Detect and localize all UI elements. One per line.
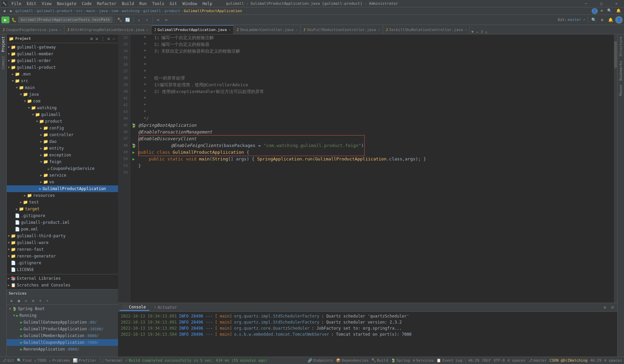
- menu-view[interactable]: View: [39, 1, 54, 7]
- service-running-group[interactable]: ▼ ▶ Running: [7, 312, 118, 319]
- menu-build[interactable]: Build: [119, 1, 137, 7]
- bc-gulimall[interactable]: gulimall: [15, 9, 33, 13]
- service-spring-boot[interactable]: ▼ 🍃 Spring Boot: [7, 305, 118, 312]
- sidebar-label-commit[interactable]: Commit: [0, 54, 6, 71]
- service-coupon[interactable]: ▶ GulimallCouponApplication :7000/: [7, 339, 118, 346]
- scrollbar-thumb[interactable]: [614, 41, 617, 68]
- close-button[interactable]: ✕: [609, 0, 624, 7]
- console-tab[interactable]: ⬛ Console: [119, 304, 149, 311]
- toolbar-undo[interactable]: ↩: [154, 16, 162, 24]
- sidebar-label-project[interactable]: Project: [0, 34, 6, 54]
- console-close-btn[interactable]: ⊡: [609, 304, 616, 311]
- status-git[interactable]: ⎇ Git: [2, 358, 14, 363]
- tab-coupon-feign[interactable]: J CouponFeignService.java ✕: [0, 25, 64, 34]
- services-add-btn[interactable]: +: [44, 298, 50, 304]
- nav-notifications[interactable]: 🔔: [615, 8, 623, 14]
- menu-tools[interactable]: Tools: [149, 1, 167, 7]
- tree-item[interactable]: ▶📁config: [7, 125, 118, 131]
- tree-item[interactable]: ▼📁watching: [7, 104, 118, 111]
- menu-git[interactable]: Git: [167, 1, 180, 7]
- code-editor[interactable]: 32 33 34 35 36 37 38 39 40 41 42 43 44 4…: [118, 34, 617, 303]
- tree-item[interactable]: ▼📁gulimall-gateway: [7, 44, 118, 51]
- menu-file[interactable]: File: [9, 1, 24, 7]
- sidebar-label-maven[interactable]: Maven: [618, 83, 624, 98]
- toolbar-search[interactable]: 🔍: [590, 16, 597, 24]
- status-git-branch[interactable]: ⎇ master: [528, 358, 547, 363]
- tree-item[interactable]: ▼📁product: [7, 118, 118, 125]
- tree-item[interactable]: ▼📁java: [7, 91, 118, 98]
- toolbar-notifications[interactable]: 🔔: [607, 16, 614, 24]
- toolbar-git-push[interactable]: ↑: [143, 16, 151, 24]
- tree-item[interactable]: ▼📁feign: [7, 158, 118, 165]
- console-settings-btn[interactable]: ⚙: [601, 304, 608, 311]
- tree-item[interactable]: 📄pom.xml: [7, 226, 118, 233]
- tree-item[interactable]: ▶📁service: [7, 172, 118, 179]
- bc-class[interactable]: GulimallProductApplication: [184, 9, 242, 13]
- menu-window[interactable]: Window: [180, 1, 200, 7]
- tree-item[interactable]: ▼📁gulimall-member: [7, 51, 118, 57]
- menu-edit[interactable]: Edit: [24, 1, 39, 7]
- tab-close[interactable]: ✕: [146, 28, 148, 32]
- tree-item[interactable]: ▼📁com: [7, 98, 118, 104]
- toolbar-run[interactable]: ▶: [1, 17, 9, 23]
- toolbar-debug[interactable]: 🐛: [10, 16, 18, 24]
- tree-item[interactable]: 📄.gitignore: [7, 212, 118, 219]
- tree-item[interactable]: ▶📁entity: [7, 145, 118, 152]
- service-renren[interactable]: ▶ RenrenApplication :8080/: [7, 346, 118, 353]
- bc-java[interactable]: java: [99, 9, 108, 13]
- services-restart-btn[interactable]: ↺: [23, 298, 29, 304]
- services-group-btn[interactable]: ⊞: [30, 298, 36, 304]
- nav-forward[interactable]: ▶: [8, 8, 14, 13]
- tree-item[interactable]: ▼📁src: [7, 78, 118, 84]
- tree-item[interactable]: ▶📁vo: [7, 179, 118, 185]
- tree-item[interactable]: ▶📁resources: [7, 192, 118, 199]
- services-run-btn[interactable]: ▶: [9, 298, 15, 304]
- tree-item[interactable]: 📄gulimall-product.iml: [7, 219, 118, 226]
- project-tool-dots[interactable]: ⋮: [100, 36, 106, 41]
- tree-item[interactable]: ▶📁test: [7, 199, 118, 206]
- tab-product-application[interactable]: J GulimallProductApplication.java ✕: [151, 25, 234, 34]
- tree-item[interactable]: ▼📁gulimall: [7, 111, 118, 118]
- sidebar-label-structure[interactable]: Structure: [618, 34, 624, 59]
- bc-product[interactable]: gulimall-product: [37, 9, 73, 13]
- toolbar-settings[interactable]: ⚙: [598, 16, 606, 24]
- status-terminal[interactable]: ⬛ Terminal: [99, 358, 123, 363]
- toolbar-redo[interactable]: ↪: [163, 16, 170, 24]
- tree-item[interactable]: 📄LICENSE: [7, 266, 118, 273]
- project-tool-collapse[interactable]: ≡: [94, 36, 99, 41]
- tree-external-libs[interactable]: ▶ 📚 External Libraries: [7, 275, 118, 282]
- status-endpoints[interactable]: 🔗 Endpoints: [308, 358, 334, 363]
- services-stop-btn[interactable]: ■: [16, 298, 22, 304]
- editor-scrollbar[interactable]: [614, 34, 617, 303]
- bc-gulimall2[interactable]: gulimall: [143, 9, 161, 13]
- menu-run[interactable]: Run: [137, 1, 149, 7]
- tab-close[interactable]: ✕: [59, 28, 61, 32]
- user-avatar[interactable]: 👤: [615, 16, 623, 24]
- service-product[interactable]: ▶ GulimallProductApplication :10100/: [7, 326, 118, 332]
- tab-close[interactable]: ✕: [378, 28, 380, 32]
- status-profiler[interactable]: 📊 Profiler: [73, 358, 96, 363]
- status-crlf[interactable]: CRLF: [482, 358, 491, 363]
- code-content[interactable]: * 1）编写一个自定义的校验注解 * 2）编写一个自定义的校验器 * 3）关联自…: [137, 34, 614, 303]
- tree-item[interactable]: ▶📁exception: [7, 152, 118, 158]
- tab-attr-relation[interactable]: J AttrAttrgroupRelationService.java ✕: [64, 25, 151, 34]
- tree-item[interactable]: ▶GulimallProductApplication: [7, 185, 118, 192]
- tree-item[interactable]: ▼📁gulimall-third-party: [7, 233, 118, 239]
- actuator-tab[interactable]: ⚡ Actuator: [151, 304, 180, 310]
- tree-item[interactable]: 📄.gitignore: [7, 260, 118, 266]
- status-todo[interactable]: ☑ TODO: [34, 358, 46, 363]
- nav-search[interactable]: 🔍: [605, 8, 614, 14]
- menu-help[interactable]: Help: [200, 1, 215, 7]
- tab-close[interactable]: ✕: [229, 28, 231, 32]
- bc-com[interactable]: com: [111, 9, 118, 13]
- status-build[interactable]: 🔨 Build: [371, 358, 388, 363]
- status-dependencies[interactable]: 📦 Dependencies: [336, 358, 368, 363]
- tree-item[interactable]: ▼📁gulimall-product: [7, 64, 118, 71]
- status-problems[interactable]: ⚠ Problems: [49, 358, 70, 363]
- nav-back[interactable]: ◀: [1, 8, 7, 13]
- nav-avatar[interactable]: 👤: [592, 8, 598, 14]
- tree-item[interactable]: ▶📁target: [7, 206, 118, 212]
- tree-item[interactable]: ▼📁gulimall-order: [7, 57, 118, 64]
- tree-item[interactable]: ▶📁.mvn: [7, 71, 118, 78]
- tree-item[interactable]: ▶📁dao: [7, 138, 118, 145]
